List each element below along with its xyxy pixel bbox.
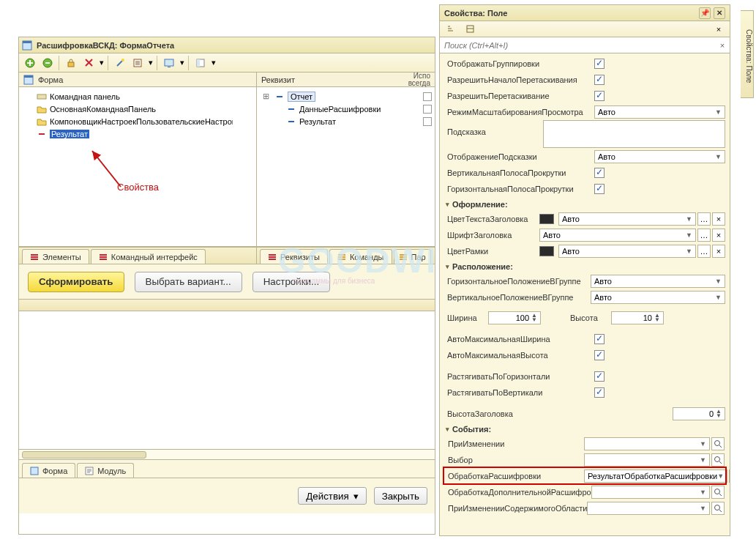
properties-body[interactable]: ОтображатьГруппировки РазрешитьНачалоПер…: [440, 53, 730, 535]
section-layout[interactable]: ▾Расположение:: [444, 259, 725, 272]
prop-row: ЦветРамки Авто▼ … ×: [444, 243, 725, 259]
svg-rect-19: [31, 256, 38, 258]
tab-elements[interactable]: Элементы: [22, 249, 89, 264]
tree-item[interactable]: ДанныеРасшифровки: [260, 103, 432, 115]
tab-requisites[interactable]: Реквизиты: [260, 249, 328, 264]
tree-item[interactable]: Результат: [260, 115, 432, 127]
requisites-tree[interactable]: ⊞ Отчет ДанныеРасшифровки Результат: [257, 87, 435, 246]
preview-button[interactable]: [161, 55, 177, 71]
spreadsheet-area[interactable]: [19, 300, 435, 459]
categories-button[interactable]: [462, 21, 478, 37]
height-input[interactable]: 10▲▼: [611, 311, 664, 324]
select[interactable]: Авто▼: [558, 212, 696, 226]
lock-button[interactable]: [63, 55, 79, 71]
svg-rect-23: [100, 259, 107, 260]
checkbox[interactable]: [594, 168, 605, 178]
checkbox[interactable]: [594, 91, 605, 101]
layout-button[interactable]: [192, 55, 209, 71]
select[interactable]: Авто▼: [558, 245, 696, 258]
event-select[interactable]: РезультатОбработкаРасшифровки▼: [584, 469, 727, 483]
add-group-button[interactable]: [40, 55, 56, 71]
magnifier-button[interactable]: [711, 453, 725, 467]
ellipsis-button[interactable]: …: [697, 212, 711, 226]
actions-button[interactable]: Действия▾: [298, 487, 366, 505]
checkbox[interactable]: [594, 59, 605, 69]
select[interactable]: Авто▼: [591, 275, 725, 288]
header-height-label: ВысотаЗаголовка: [444, 409, 635, 418]
tree-item-label: КомпоновщикНастроекПользовательскиеНастр…: [50, 117, 233, 126]
h-scrollbar[interactable]: [19, 449, 435, 459]
select[interactable]: Авто▼: [594, 150, 725, 163]
sort-button[interactable]: [443, 21, 459, 37]
textarea[interactable]: [543, 120, 725, 148]
clear-search-button[interactable]: ×: [715, 41, 730, 50]
clear-button[interactable]: ×: [712, 229, 725, 242]
side-flap[interactable]: Свойства: Поле: [741, 10, 754, 98]
settings-button[interactable]: Настройки...: [252, 272, 330, 292]
magnifier-button[interactable]: [711, 502, 725, 515]
help-button[interactable]: ×: [711, 21, 727, 37]
delete-button[interactable]: [81, 55, 97, 71]
checkbox[interactable]: [594, 387, 605, 398]
checkbox[interactable]: [594, 75, 605, 85]
ellipsis-button[interactable]: …: [697, 245, 711, 258]
event-select[interactable]: ▼: [584, 453, 710, 467]
tab-form[interactable]: Форма: [22, 463, 75, 478]
properties-search-input[interactable]: [440, 38, 715, 53]
tab-cmd-interface[interactable]: Командный интерфейс: [91, 249, 206, 264]
select[interactable]: Авто▼: [539, 229, 696, 242]
tree-item[interactable]: Результат: [22, 127, 253, 140]
width-input[interactable]: 100▲▼: [488, 311, 541, 324]
tree-item[interactable]: Командная панель: [22, 90, 253, 103]
checkbox[interactable]: [594, 371, 605, 382]
section-style[interactable]: ▾Оформление:: [444, 197, 725, 210]
svg-point-41: [715, 505, 720, 510]
tab-module[interactable]: Модуль: [77, 463, 134, 478]
event-select[interactable]: ▼: [584, 437, 710, 450]
minus-icon: [286, 116, 296, 127]
select[interactable]: Авто▼: [594, 105, 725, 119]
event-select[interactable]: ▼: [587, 502, 710, 515]
tree-item-label: Результат: [50, 130, 89, 138]
clear-button[interactable]: ×: [712, 245, 725, 258]
folder-icon: [37, 116, 47, 127]
prop-label: ПриИзмененииСодержимогоОбласти: [445, 504, 587, 513]
header-height-input[interactable]: 0▲▼: [673, 407, 725, 420]
tree-item[interactable]: КомпоновщикНастроекПользовательскиеНастр…: [22, 115, 253, 127]
list-button[interactable]: [130, 55, 146, 71]
tab-params[interactable]: Пар: [394, 249, 431, 264]
checkbox[interactable]: [594, 184, 605, 194]
tree-item-label: Отчет: [288, 92, 315, 102]
pin-button[interactable]: 📌: [699, 7, 711, 19]
dropdown-icon[interactable]: ▾: [98, 58, 105, 67]
select[interactable]: Авто▼: [591, 291, 725, 304]
tab-commands[interactable]: Команды: [329, 249, 392, 264]
dropdown-icon[interactable]: ▾: [210, 58, 217, 67]
dropdown-icon[interactable]: ▾: [179, 58, 185, 67]
close-button[interactable]: ✕: [714, 7, 725, 19]
checkbox[interactable]: [594, 350, 605, 360]
generate-button[interactable]: Сформировать: [28, 272, 124, 292]
spreadsheet[interactable]: [19, 311, 435, 449]
tree-item[interactable]: ОсновнаяКоманднаяПанель: [22, 103, 253, 115]
tab-label: Пар: [411, 250, 426, 264]
add-button[interactable]: [22, 55, 38, 71]
clear-button[interactable]: ×: [712, 212, 725, 226]
section-events[interactable]: ▾События:: [444, 422, 725, 435]
magnifier-button[interactable]: [729, 469, 730, 483]
close-button[interactable]: Закрыть: [374, 487, 427, 505]
variant-button[interactable]: Выбрать вариант...: [135, 272, 242, 292]
ellipsis-button[interactable]: …: [697, 229, 711, 242]
dropdown-icon[interactable]: ▾: [147, 58, 154, 67]
checkbox[interactable]: [594, 334, 605, 344]
elements-tree[interactable]: Командная панель ОсновнаяКоманднаяПанель…: [19, 87, 256, 246]
magnifier-button[interactable]: [711, 486, 725, 499]
properties-search[interactable]: ×: [440, 37, 730, 53]
prop-label: РастягиватьПоВертикали: [444, 388, 594, 397]
color-swatch: [539, 246, 554, 256]
magnifier-button[interactable]: [711, 437, 725, 450]
prop-row: ШрифтЗаголовка Авто▼ … ×: [444, 227, 725, 242]
tree-item[interactable]: ⊞ Отчет: [260, 90, 432, 103]
wand-button[interactable]: [112, 55, 128, 71]
event-select[interactable]: ▼: [591, 486, 710, 499]
